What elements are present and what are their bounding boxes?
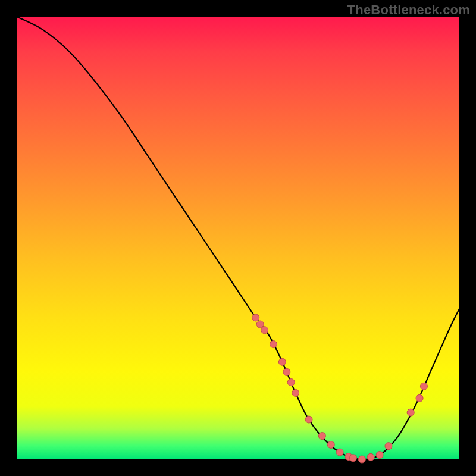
bottleneck-curve	[17, 17, 459, 459]
data-marker	[287, 379, 295, 386]
curve-path	[17, 17, 459, 459]
data-marker	[318, 433, 325, 440]
data-marker	[416, 394, 423, 402]
plot-area	[17, 17, 459, 459]
data-marker	[385, 443, 392, 450]
data-marker	[252, 314, 259, 321]
data-marker	[261, 327, 268, 334]
data-marker	[327, 441, 334, 448]
data-marker	[367, 453, 374, 461]
data-marker	[283, 368, 290, 375]
watermark-label: TheBottleneck.com	[347, 2, 470, 18]
data-marker	[305, 416, 312, 423]
data-marker	[407, 409, 414, 416]
chart-frame: TheBottleneck.com	[0, 0, 476, 476]
curve-markers	[252, 314, 428, 463]
data-marker	[376, 452, 383, 459]
data-marker	[336, 449, 343, 456]
data-marker	[349, 455, 356, 462]
data-marker	[420, 383, 427, 390]
data-marker	[358, 456, 365, 463]
data-marker	[270, 341, 277, 348]
data-marker	[278, 358, 286, 365]
data-marker	[292, 389, 299, 396]
